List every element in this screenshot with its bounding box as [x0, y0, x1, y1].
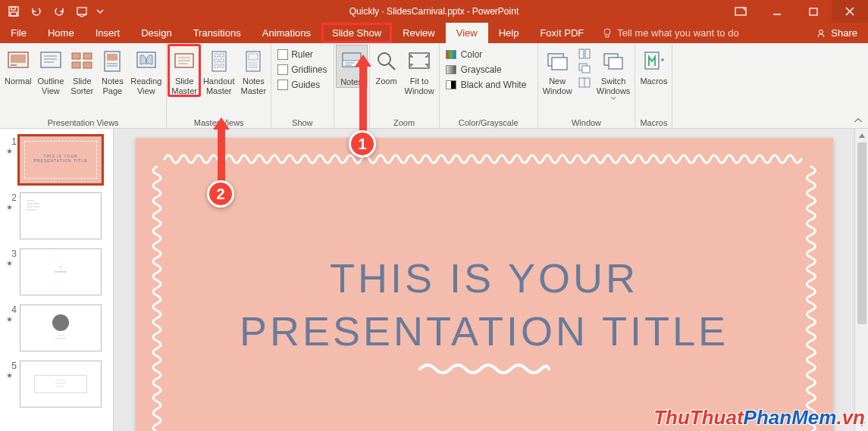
annotation-badge-2: 2: [207, 180, 234, 208]
lightbulb-icon: [602, 28, 613, 39]
svg-point-10: [819, 30, 823, 33]
notes-page-button[interactable]: Notes Page: [97, 45, 127, 96]
svg-rect-21: [83, 62, 92, 68]
reading-view-button[interactable]: Reading View: [127, 45, 165, 96]
black-and-white-button[interactable]: Black and White: [441, 78, 531, 92]
svg-rect-13: [11, 64, 17, 66]
svg-rect-14: [41, 52, 61, 67]
svg-rect-12: [11, 55, 26, 63]
svg-rect-55: [582, 66, 590, 73]
gridlines-checkbox[interactable]: Gridlines: [273, 63, 331, 77]
group-color-grayscale: Color Grayscale Black and White Color/Gr…: [440, 43, 538, 128]
ribbon-tabs: File Home Insert Design Transitions Anim…: [0, 23, 868, 43]
zoom-button[interactable]: Zoom: [371, 45, 402, 86]
svg-rect-34: [215, 59, 218, 62]
current-slide[interactable]: This is your presentation title: [136, 138, 833, 431]
slide-thumbnail-2[interactable]: 2★ ━━━━━━━━━ ━━━━━━━━ ━━━━━━━━━━━: [0, 189, 113, 245]
slide-thumbnail-5[interactable]: 5★ ━━━━━━━━━━━━━━━━━━: [0, 358, 113, 414]
grayscale-button[interactable]: Grayscale: [441, 63, 506, 77]
move-split-button[interactable]: [578, 77, 591, 89]
annotation-arrow-1: [354, 53, 372, 136]
tab-review[interactable]: Review: [392, 23, 446, 43]
slide-thumbnail-1[interactable]: 1★ THIS IS YOURPRESENTATION TITLE: [0, 133, 113, 189]
customize-qat-button[interactable]: [94, 2, 106, 21]
svg-line-48: [389, 64, 395, 70]
app-name: PowerPoint: [472, 6, 519, 17]
slide-thumbnail-panel[interactable]: 1★ THIS IS YOURPRESENTATION TITLE 2★ ━━━…: [0, 129, 114, 431]
share-icon: [816, 28, 826, 39]
title-bar: Quickly · SlidesCarnival.pptx - PowerPoi…: [0, 0, 868, 23]
wave-divider-icon: [416, 361, 553, 376]
cascade-button[interactable]: [578, 63, 591, 75]
svg-rect-49: [409, 53, 429, 68]
tab-help[interactable]: Help: [488, 23, 530, 43]
normal-view-button[interactable]: Normal: [2, 45, 34, 86]
handout-master-button[interactable]: Handout Master: [200, 45, 238, 96]
slide-master-button[interactable]: Slide Master: [168, 45, 200, 96]
fit-to-window-button[interactable]: Fit to Window: [402, 45, 437, 96]
workspace: 1★ THIS IS YOURPRESENTATION TITLE 2★ ━━━…: [0, 129, 868, 431]
svg-rect-53: [585, 49, 590, 58]
svg-rect-20: [72, 62, 80, 68]
slide-thumbnail-4[interactable]: 4★ ━━━━━━━━━━━: [0, 301, 113, 358]
arrange-all-button[interactable]: [578, 48, 591, 61]
svg-rect-19: [83, 53, 92, 59]
group-presentation-views: Normal Outline View Slide Sorter Notes P…: [0, 43, 167, 128]
slide-thumbnail-3[interactable]: 3★ •━━━━: [0, 245, 113, 301]
new-window-button[interactable]: New Window: [540, 45, 575, 96]
tell-me-search[interactable]: Tell me what you want to do: [594, 23, 746, 43]
tab-slide-show[interactable]: Slide Show: [321, 23, 392, 43]
notes-master-button[interactable]: Notes Master: [238, 45, 270, 96]
scroll-thumb[interactable]: [857, 142, 866, 324]
redo-button[interactable]: [49, 2, 70, 21]
group-show: Ruler Gridlines Guides Show: [271, 43, 334, 128]
svg-rect-18: [72, 53, 80, 59]
guides-checkbox[interactable]: Guides: [273, 78, 324, 92]
color-button[interactable]: Color: [441, 48, 487, 61]
scroll-up-button[interactable]: [855, 129, 868, 142]
share-button[interactable]: Share: [805, 23, 868, 43]
document-name: Quickly · SlidesCarnival.pptx: [349, 6, 465, 17]
minimize-button[interactable]: [759, 0, 795, 23]
svg-rect-39: [249, 54, 258, 60]
window-controls: [722, 0, 868, 23]
svg-point-9: [604, 29, 610, 35]
outline-view-button[interactable]: Outline View: [34, 45, 67, 96]
slide-sorter-button[interactable]: Slide Sorter: [67, 45, 97, 96]
collapse-ribbon-button[interactable]: [853, 116, 863, 126]
group-macros: Macros Macros: [635, 43, 672, 128]
tab-view[interactable]: View: [446, 23, 488, 43]
slide-title-text[interactable]: This is your presentation title: [136, 251, 833, 358]
svg-rect-59: [609, 58, 622, 69]
vertical-scrollbar[interactable]: [854, 129, 868, 431]
svg-rect-32: [215, 54, 218, 57]
tab-home[interactable]: Home: [37, 23, 85, 43]
undo-button[interactable]: [26, 2, 47, 21]
ribbon-display-button[interactable]: [722, 0, 759, 23]
svg-rect-52: [579, 49, 584, 58]
ribbon: Normal Outline View Slide Sorter Notes P…: [0, 43, 868, 129]
quick-access-toolbar: [0, 2, 106, 21]
macros-button[interactable]: Macros: [637, 45, 670, 86]
ruler-checkbox[interactable]: Ruler: [273, 48, 318, 61]
tab-insert[interactable]: Insert: [85, 23, 131, 43]
watermark: ThuThuatPhanMem.vn: [653, 406, 865, 429]
tab-foxit-pdf[interactable]: Foxit PDF: [529, 23, 594, 43]
svg-rect-2: [11, 12, 17, 16]
switch-windows-button[interactable]: Switch Windows: [594, 45, 634, 100]
close-button[interactable]: [832, 0, 868, 23]
svg-rect-3: [77, 8, 86, 14]
tab-transitions[interactable]: Transitions: [183, 23, 252, 43]
maximize-button[interactable]: [795, 0, 832, 23]
save-button[interactable]: [3, 2, 24, 21]
svg-rect-23: [107, 54, 118, 61]
tab-file[interactable]: File: [0, 23, 37, 43]
tab-animations[interactable]: Animations: [252, 23, 321, 43]
svg-rect-33: [220, 54, 224, 57]
svg-rect-51: [552, 58, 567, 70]
start-from-beginning-button[interactable]: [71, 2, 92, 21]
window-title: Quickly · SlidesCarnival.pptx - PowerPoi…: [349, 6, 519, 17]
svg-rect-37: [220, 64, 224, 67]
annotation-arrow-2: [212, 116, 230, 186]
tab-design[interactable]: Design: [130, 23, 182, 43]
